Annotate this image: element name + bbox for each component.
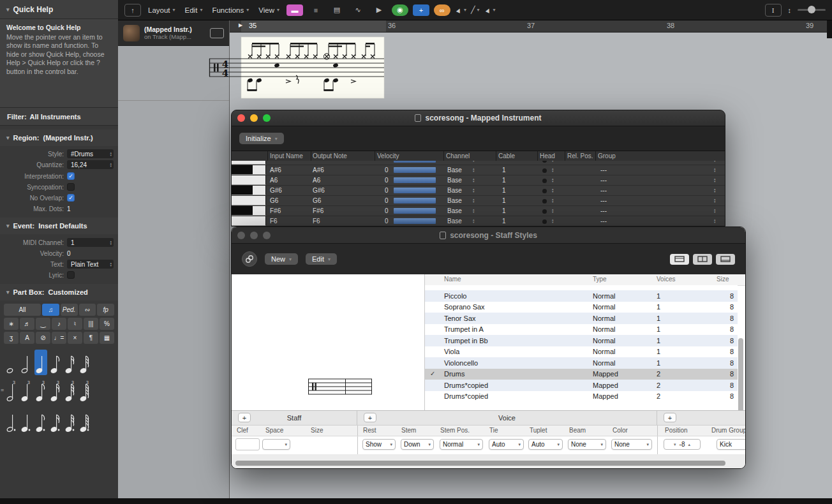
region-section-header[interactable]: ▾ Region: (Mapped Instr.) [0,130,118,146]
grace-note-icon[interactable]: ♪ [52,318,66,330]
cross-icon[interactable]: × [68,332,82,344]
black-piano-key[interactable] [232,165,266,175]
staff-window-titlebar[interactable]: scoresong - Staff Styles [232,227,745,244]
mapped-window-titlebar[interactable]: scoresong - Mapped Instrument [232,110,725,126]
staff-style-row[interactable]: Trumpet in BbNormal18 [425,335,738,346]
half-note-button[interactable] [20,350,33,375]
staff-style-row[interactable]: Drums*copiedMapped28 [425,380,738,391]
filter-row[interactable]: Filter: All Instruments [0,108,118,126]
list-view-button[interactable]: ≡ [308,4,324,16]
staff-style-row[interactable]: ✓DrumsMapped28 [425,369,738,380]
eighth-note-button[interactable] [49,350,62,375]
split-view-button[interactable] [693,254,712,265]
mapped-instrument-window[interactable]: scoresong - Mapped Instrument Initialize… [231,110,725,226]
head-stepper[interactable]: ▴▾ [552,188,554,193]
staff-style-row[interactable]: Tenor SaxNormal18 [425,313,738,324]
close-button[interactable] [237,114,245,122]
head-stepper[interactable]: ▴▾ [552,218,554,223]
no-symbol-icon[interactable]: ⊘ [36,332,50,344]
event-checkbox[interactable] [67,271,75,279]
black-piano-key[interactable] [232,186,266,195]
triplet-half-note-button[interactable]: 3 [5,378,18,403]
dotted-half-note-button[interactable] [5,408,18,434]
dotted-quarter-note-button[interactable] [20,408,33,434]
whole-note-button[interactable] [5,350,18,375]
beamed-notes-icon[interactable]: ♫ [42,304,59,316]
rest-icon[interactable]: ʒ [4,332,19,344]
channel-stepper[interactable]: ▴▾ [473,161,475,162]
beam-dropdown[interactable]: None▾ [568,439,606,450]
white-piano-key[interactable] [232,175,266,185]
close-button[interactable] [237,232,245,239]
event-select[interactable]: 1▴▾ [67,238,114,247]
tie-dropdown[interactable]: Auto▾ [489,439,524,450]
mapped-row[interactable]: A#6A#60Base▴▾1▴▾---▴▾ [232,165,725,175]
staff-style-row-clipped[interactable] [425,285,738,290]
slur-icon[interactable]: ‿ [36,318,50,330]
mapped-row[interactable]: F#6F#60Base▴▾1▴▾---▴▾ [232,206,725,216]
rest-dropdown[interactable]: Show▾ [362,439,396,450]
velocity-bar[interactable] [394,188,436,193]
velocity-bar[interactable] [394,167,436,173]
dotted-eighth-note-button[interactable] [34,408,47,434]
zoom-button[interactable] [263,232,271,239]
head-stepper[interactable]: ▴▾ [552,161,554,162]
region-select[interactable]: #Drums▴▾ [67,149,114,158]
white-piano-key[interactable] [232,196,266,205]
quick-help-header[interactable]: ▾ Quick Help [0,0,118,19]
forte-piano-icon[interactable]: fp [97,304,114,316]
white-piano-key[interactable] [232,216,266,226]
channel-stepper[interactable]: ▴▾ [473,218,475,223]
group-stepper[interactable]: ▴▾ [714,177,716,182]
triplet-eighth-note-button[interactable]: 3 [34,378,47,403]
head-stepper[interactable]: ▴▾ [552,198,554,203]
add-staff-button[interactable]: + [238,413,251,422]
new-menu-button[interactable]: New ▾ [265,253,298,265]
staff-preview-pane[interactable] [232,274,425,411]
stempos-dropdown[interactable]: Normal▾ [440,439,483,450]
pointer-alt-tool-button[interactable]: ► ▾ [484,6,496,14]
staff-style-row[interactable]: Trumpet in ANormal18 [425,324,738,336]
drum-grid-icon[interactable]: ▦ [100,332,114,344]
pedal-icon[interactable]: Ped. [61,304,78,316]
tremolo-icon[interactable]: ♬ [20,318,34,330]
add-voice-button[interactable]: + [364,413,376,422]
triplet-sixteenth-note-button[interactable]: 3 [49,378,62,403]
simile-icon[interactable]: % [100,318,114,330]
barlines-icon[interactable]: ||| [84,318,98,330]
space-dropdown[interactable]: ▾ [262,439,290,450]
velocity-bar[interactable] [394,198,436,204]
channel-stepper[interactable]: ▴▾ [473,208,475,213]
partbox-tab-all[interactable]: All [4,304,41,316]
step-input-button[interactable]: ▶ [371,4,387,16]
staff-style-row[interactable]: Drums*copiedMapped28 [425,391,738,403]
horizontal-scrollbar[interactable] [235,461,725,466]
mapped-row[interactable]: A6A60Base▴▾1▴▾---▴▾ [232,175,725,186]
text-icon[interactable]: A [20,332,34,344]
region-checkbox[interactable]: ✓ [67,194,75,202]
group-stepper[interactable]: ▴▾ [714,161,716,162]
zoom-slider[interactable] [798,9,826,11]
menu-edit[interactable]: Edit▾ [182,5,205,15]
region-select[interactable]: 16,24▴▾ [67,160,114,169]
dotted-thirty-second-note-button[interactable] [64,408,77,434]
partbox-section-header[interactable]: ▾ Part Box: Customized [0,284,118,300]
thirty-second-note-button[interactable] [78,350,91,375]
channel-stepper[interactable]: ▴▾ [473,188,475,193]
ruler-selected-region[interactable] [241,20,386,32]
turn-ornament-icon[interactable]: ∾ [79,304,96,316]
drum-notation[interactable]: 44 [204,33,390,100]
menu-functions[interactable]: Functions▾ [209,5,251,15]
staff-style-row[interactable]: Soprano SaxNormal18 [425,302,738,313]
group-stepper[interactable]: ▴▾ [714,167,716,172]
mapped-row[interactable]: G#6G#60Base▴▾1▴▾---▴▾ [232,186,725,196]
initialize-menu-button[interactable]: Initialize ▾ [239,133,284,144]
zoom-slider-knob[interactable] [808,6,815,13]
group-stepper[interactable]: ▴▾ [714,188,716,193]
stem-dropdown[interactable]: Down▾ [401,439,434,450]
midi-in-button[interactable]: ◉ [392,4,408,16]
pilcrow-icon[interactable]: ¶ [84,332,98,344]
velocity-bar[interactable] [394,218,436,224]
position-stepper[interactable]: ▾ -8 ▴ [664,439,701,450]
mapped-row[interactable]: ▴▾▴▾▴▾ [232,161,725,165]
